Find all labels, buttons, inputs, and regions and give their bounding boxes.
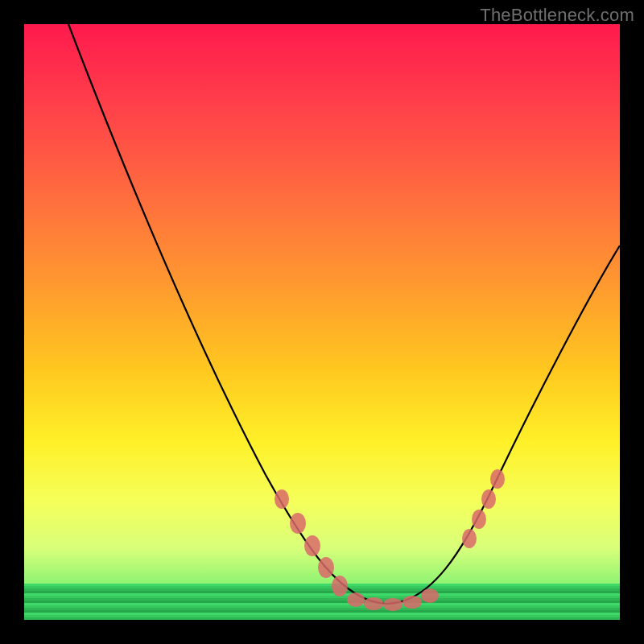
- marker-dot: [421, 588, 439, 603]
- marker-dot: [490, 469, 505, 489]
- marker-dot: [481, 489, 496, 509]
- bottleneck-curve: [68, 24, 620, 604]
- marker-cluster-left: [275, 489, 348, 597]
- marker-dot: [275, 489, 289, 509]
- attribution-label: TheBottleneck.com: [480, 5, 634, 26]
- marker-cluster-trough: [347, 588, 439, 611]
- marker-dot: [383, 598, 402, 611]
- plot-area: [24, 24, 620, 620]
- marker-dot: [402, 596, 422, 609]
- marker-dot: [364, 597, 383, 610]
- marker-dot: [472, 510, 486, 529]
- marker-dot: [318, 557, 334, 578]
- marker-dot: [332, 576, 348, 597]
- chart-svg: [24, 24, 620, 620]
- marker-dot: [304, 535, 320, 556]
- marker-dot: [462, 529, 477, 548]
- outer-frame: TheBottleneck.com: [0, 0, 644, 644]
- marker-dot: [290, 513, 306, 534]
- marker-dot: [347, 592, 365, 607]
